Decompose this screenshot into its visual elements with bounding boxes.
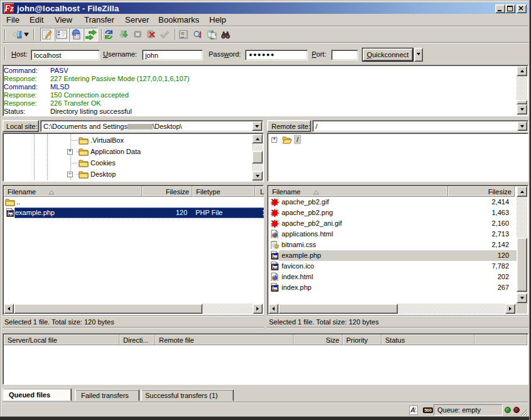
svg-text:Fz: Fz xyxy=(4,4,14,13)
